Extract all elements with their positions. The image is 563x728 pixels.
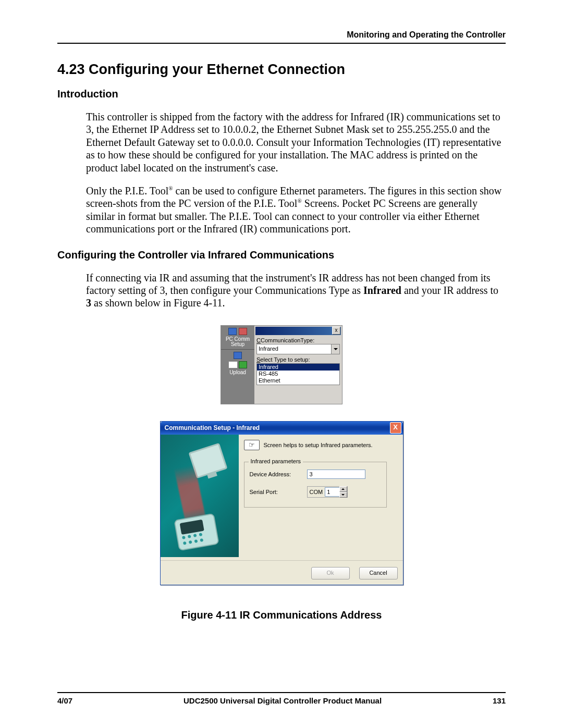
device-address-input[interactable] <box>307 470 365 479</box>
mini-panel: x CCommunicationType: Infrared Select Ty… <box>254 326 342 404</box>
bold-three: 3 <box>86 297 91 309</box>
page-footer: 4/07 UDC2500 Universal Digital Controlle… <box>57 692 506 705</box>
running-header: Monitoring and Operating the Controller <box>57 30 506 40</box>
spin-down-button[interactable] <box>339 492 347 498</box>
list-item[interactable]: RS-485 <box>257 371 339 377</box>
helper-row: ☞ Screen helps to setup Infrared paramet… <box>244 440 397 450</box>
helper-text: Screen helps to setup Infrared parameter… <box>264 442 373 448</box>
mini-titlebar: x <box>255 327 341 335</box>
chevron-down-icon <box>334 348 338 350</box>
dialog-close-button[interactable]: X <box>390 422 401 434</box>
intro-paragraph-1: This controller is shipped from the fact… <box>86 110 506 174</box>
registered-mark: ® <box>297 198 301 204</box>
mini-close-button[interactable]: x <box>332 327 340 335</box>
monitor-icon <box>234 352 242 359</box>
label-text: elect Type to setup: <box>260 356 310 363</box>
sidebar-label: PC Comm Setup <box>226 336 250 348</box>
pointing-hand-icon: ☞ <box>244 440 260 450</box>
dialog-separator <box>161 560 403 561</box>
fieldset-legend: Infrared parameters <box>249 458 303 464</box>
chevron-up-icon <box>341 488 345 490</box>
dialog-title: Communication Setup - Infrared <box>165 424 260 431</box>
list-item[interactable]: Ethernet <box>257 377 339 384</box>
ir-paragraph-1: If connecting via IR and assuming that t… <box>86 272 506 310</box>
list-item[interactable]: Infrared <box>257 364 339 371</box>
footer-page-number: 131 <box>493 696 506 705</box>
text-fragment: Only the P.I.E. Tool <box>86 185 168 196</box>
dialog-titlebar: Communication Setup - Infrared X <box>161 422 403 435</box>
bold-infrared: Infrared <box>363 285 401 296</box>
comm-type-screenshot: PC Comm Setup Upload x <box>221 325 342 404</box>
com-prefix: COM <box>308 489 325 495</box>
controller-graphic <box>174 513 219 551</box>
header-rule <box>57 43 506 44</box>
section-title-text: Configuring your Ethernet Connection <box>89 61 345 77</box>
intro-paragraph-2: Only the P.I.E. Tool® can be used to con… <box>86 184 506 236</box>
spin-up-button[interactable] <box>339 486 347 492</box>
type-listbox[interactable]: Infrared RS-485 Ethernet <box>256 363 340 385</box>
label-serial-port: Serial Port: <box>250 489 307 495</box>
label-device-address: Device Address: <box>250 471 307 477</box>
ok-button[interactable]: Ok <box>311 567 350 579</box>
text-fragment: and your IR address to <box>401 285 498 296</box>
commtype-value: Infrared <box>257 344 331 354</box>
footer-title: UDC2500 Universal Digital Controller Pro… <box>183 696 382 705</box>
sidebar-item-upload[interactable]: Upload <box>221 350 254 377</box>
mini-sidebar: PC Comm Setup Upload <box>221 326 254 404</box>
label-text: CommunicationType: <box>261 337 314 343</box>
section-title: 4.23 Configuring your Ethernet Connectio… <box>57 61 506 78</box>
monitor-icon <box>228 328 237 335</box>
label-communication-type: CCommunicationType: <box>256 337 341 343</box>
infrared-parameters-fieldset: Infrared parameters Device Address: Seri… <box>244 462 387 508</box>
ir-heading: Configuring the Controller via Infrared … <box>57 249 506 261</box>
registered-mark: ® <box>168 185 173 191</box>
sidebar-label: Upload <box>229 369 246 375</box>
com-number-input[interactable] <box>325 487 339 497</box>
label-select-type: Select Type to setup: <box>256 356 341 363</box>
com-spinner <box>339 486 347 498</box>
device-icon <box>239 328 247 335</box>
intro-heading: Introduction <box>57 88 506 100</box>
serial-port-field: COM <box>307 486 348 498</box>
section-number: 4.23 <box>57 61 85 77</box>
figure-caption: Figure 4-11 IR Communications Address <box>181 609 382 621</box>
upload-arrow-icon <box>239 361 247 368</box>
cancel-button[interactable]: Cancel <box>359 567 398 579</box>
dialog-illustration <box>161 435 239 557</box>
sidebar-item-pc-comm-setup[interactable]: PC Comm Setup <box>221 326 254 350</box>
footer-date: 4/07 <box>57 696 72 705</box>
chevron-down-icon <box>341 494 345 496</box>
commtype-combobox[interactable]: Infrared <box>256 344 340 354</box>
grid-icon <box>228 361 238 368</box>
mnemonic-underline: C <box>256 337 261 343</box>
dropdown-button[interactable] <box>331 344 339 354</box>
comm-setup-dialog: Communication Setup - Infrared X ☞ Scree… <box>160 421 403 585</box>
text-fragment: as shown below in Figure 4-11. <box>91 297 225 309</box>
